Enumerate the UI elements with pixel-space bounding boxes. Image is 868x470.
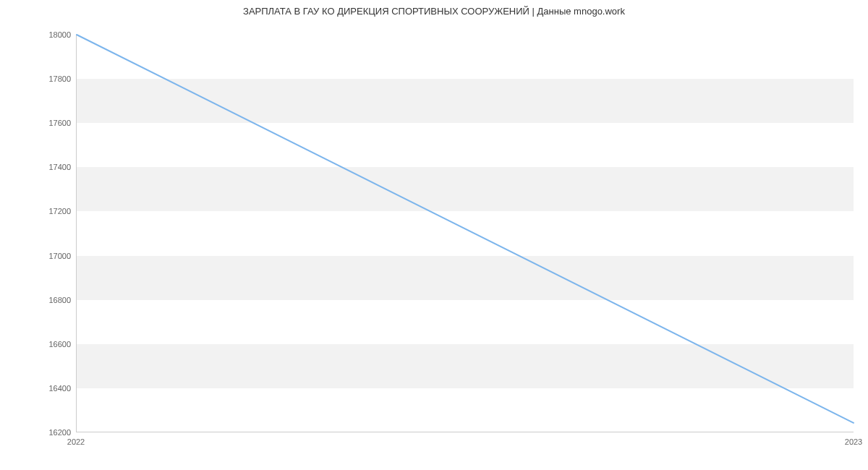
y-tick-label: 17200	[6, 207, 71, 215]
data-line	[77, 35, 854, 432]
y-tick-label: 17800	[6, 74, 71, 83]
chart-title: ЗАРПЛАТА В ГАУ КО ДИРЕКЦИЯ СПОРТИВНЫХ СО…	[0, 6, 868, 17]
y-tick-label: 16200	[6, 428, 71, 437]
x-tick-label: 2023	[845, 437, 862, 446]
chart-container: ЗАРПЛАТА В ГАУ КО ДИРЕКЦИЯ СПОРТИВНЫХ СО…	[0, 0, 868, 470]
y-tick-label: 18000	[6, 30, 71, 39]
y-tick-label: 17400	[6, 163, 71, 171]
y-tick-label: 16800	[6, 296, 71, 304]
y-tick-label: 16600	[6, 340, 71, 349]
plot-area	[76, 35, 854, 432]
x-tick-label: 2022	[67, 437, 85, 446]
y-tick-label: 17000	[6, 252, 71, 260]
y-tick-label: 17600	[6, 119, 71, 127]
y-tick-label: 16400	[6, 384, 71, 393]
